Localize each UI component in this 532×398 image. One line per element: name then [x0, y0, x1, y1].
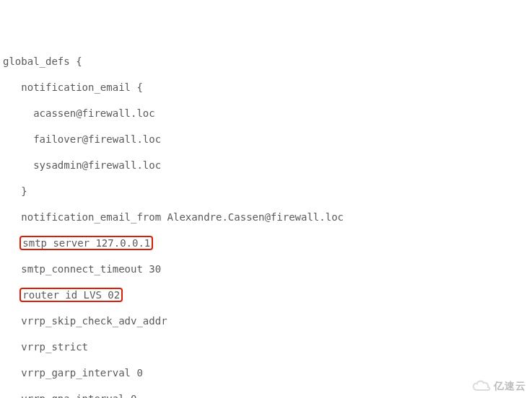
cfg-vrrp-gna: vrrp_gna_interval 0 — [3, 392, 529, 398]
cfg-smtp-timeout: smtp_connect_timeout 30 — [3, 262, 529, 275]
hl-smtp-server: smtp_server 127.0.0.1 — [19, 236, 153, 250]
cfg-router-id-line: router_id LVS_02 — [3, 288, 529, 301]
cfg-email3: sysadmin@firewall.loc — [3, 159, 529, 172]
hl-router-id: router_id LVS_02 — [19, 288, 123, 302]
cfg-notif-email-close: } — [3, 185, 529, 198]
cfg-notif-email-open: notification_email { — [3, 81, 529, 94]
watermark-text: 亿速云 — [494, 379, 526, 392]
cfg-notif-from: notification_email_from Alexandre.Cassen… — [3, 211, 529, 224]
cfg-vrrp-garp: vrrp_garp_interval 0 — [3, 366, 529, 379]
cfg-global-defs-open: global_defs { — [3, 55, 529, 68]
cfg-vrrp-strict: vrrp_strict — [3, 340, 529, 353]
cloud-icon — [472, 379, 491, 392]
cfg-vrrp-skip: vrrp_skip_check_adv_addr — [3, 314, 529, 327]
cfg-smtp-server-line: smtp_server 127.0.0.1 — [3, 236, 529, 249]
cfg-email2: failover@firewall.loc — [3, 133, 529, 146]
watermark: 亿速云 — [472, 379, 526, 392]
cfg-email1: acassen@firewall.loc — [3, 107, 529, 120]
